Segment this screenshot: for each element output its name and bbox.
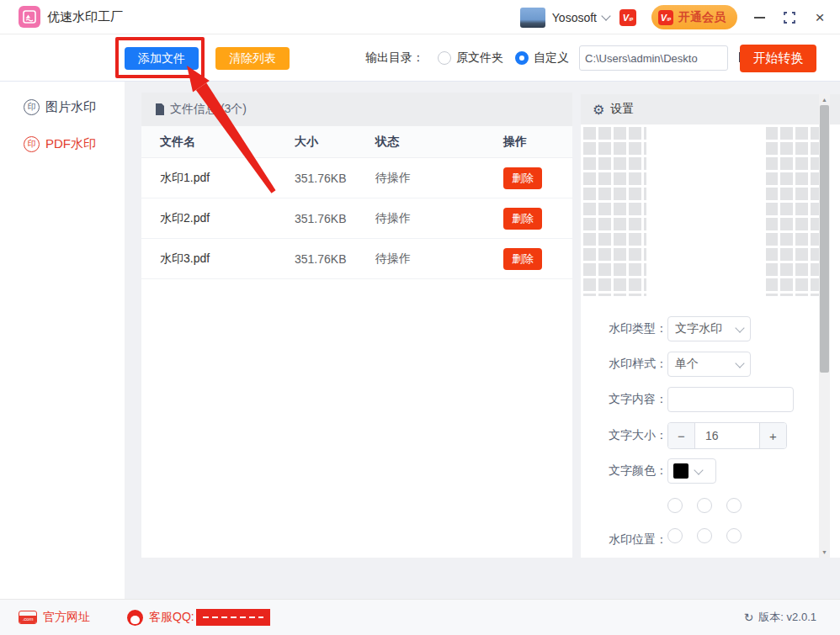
position-radio[interactable] xyxy=(697,498,712,513)
color-swatch xyxy=(673,463,688,479)
position-grid xyxy=(667,498,742,543)
file-status: 待操作 xyxy=(375,211,503,226)
watermark-style-value: 单个 xyxy=(675,357,699,372)
text-color-label: 文字颜色： xyxy=(581,463,667,479)
user-name[interactable]: Yososoft xyxy=(552,11,597,24)
scrollbar[interactable]: ▲ ▼ xyxy=(819,94,830,558)
col-action: 操作 xyxy=(503,135,572,150)
seal-icon: 印 xyxy=(24,136,40,152)
position-radio[interactable] xyxy=(697,528,712,543)
document-icon xyxy=(155,103,165,115)
settings-header: ⚙ 设置 xyxy=(581,94,840,124)
col-filename: 文件名 xyxy=(160,135,295,150)
watermark-type-value: 文字水印 xyxy=(675,321,722,336)
start-convert-button[interactable]: 开始转换 xyxy=(740,45,816,72)
sidebar: 印 图片水印 印 PDF水印 xyxy=(0,82,125,599)
text-content-label: 文字内容： xyxy=(581,392,667,407)
seal-icon: 印 xyxy=(24,99,40,115)
sidebar-item-pdf-watermark[interactable]: 印 PDF水印 xyxy=(0,132,125,156)
official-website-link[interactable]: .com 官方网址 xyxy=(19,610,90,625)
radio-custom-folder[interactable] xyxy=(515,51,529,65)
file-status: 待操作 xyxy=(375,171,503,186)
col-status: 状态 xyxy=(375,135,503,150)
footer: .com 官方网址 客服QQ: ↻ 版本: v2.0.1 xyxy=(0,599,840,635)
settings-panel: ⚙ 设置 水印类型： 文字水印 水印样式： 单个 文字内容： 文字大小： − +… xyxy=(581,94,840,558)
minimize-button[interactable] xyxy=(744,0,774,34)
text-content-input[interactable] xyxy=(667,387,794,412)
position-label: 水印位置： xyxy=(581,532,667,548)
radio-custom-folder-label[interactable]: 自定义 xyxy=(534,50,569,66)
file-name: 水印2.pdf xyxy=(160,211,295,226)
clear-list-button[interactable]: 清除列表 xyxy=(215,47,290,70)
customer-service-link[interactable]: 客服QQ: xyxy=(127,609,270,626)
text-color-select[interactable] xyxy=(667,458,716,484)
sidebar-item-label: 图片水印 xyxy=(45,99,96,115)
qq-label: 客服QQ: xyxy=(149,610,194,625)
version-info: ↻ 版本: v2.0.1 xyxy=(744,610,816,625)
file-name: 水印1.pdf xyxy=(160,171,295,186)
file-panel-title: 文件信息 (3个) xyxy=(170,102,247,117)
chevron-down-icon[interactable] xyxy=(601,11,610,20)
minimize-icon xyxy=(754,17,765,19)
text-size-label: 文字大小： xyxy=(581,428,667,443)
maximize-button[interactable] xyxy=(774,0,805,34)
chevron-down-icon xyxy=(735,323,744,332)
preview-page xyxy=(646,124,766,296)
sidebar-item-label: PDF水印 xyxy=(45,136,96,152)
chevron-down-icon xyxy=(735,358,744,368)
delete-button[interactable]: 删除 xyxy=(503,167,542,189)
text-size-stepper: − + xyxy=(667,422,787,449)
add-files-button[interactable]: 添加文件 xyxy=(125,47,199,70)
titlebar: 优速水印工厂 Yososoft VIP VIP 开通会员 × xyxy=(0,0,840,34)
website-icon: .com xyxy=(19,611,37,624)
col-size: 大小 xyxy=(295,135,375,150)
sidebar-item-image-watermark[interactable]: 印 图片水印 xyxy=(0,95,125,119)
watermark-style-label: 水印样式： xyxy=(581,357,667,372)
close-icon: × xyxy=(815,9,824,25)
position-radio[interactable] xyxy=(667,498,683,513)
version-label: 版本: v2.0.1 xyxy=(758,610,816,625)
output-path-input[interactable] xyxy=(579,45,728,71)
qq-number-redacted xyxy=(196,609,270,626)
close-button[interactable]: × xyxy=(805,0,835,34)
file-size: 351.76KB xyxy=(295,212,375,225)
open-vip-button[interactable]: VIP 开通会员 xyxy=(651,5,737,29)
file-panel-header: 文件信息 (3个) xyxy=(141,93,572,126)
table-header: 文件名 大小 状态 操作 xyxy=(141,126,572,158)
vip-badge-icon: VIP xyxy=(658,10,673,25)
customer-service-icon xyxy=(127,610,143,626)
position-radio[interactable] xyxy=(667,528,683,543)
position-radio[interactable] xyxy=(726,498,742,513)
watermark-type-label: 水印类型： xyxy=(581,321,667,336)
decrease-button[interactable]: − xyxy=(668,423,695,448)
app-title: 优速水印工厂 xyxy=(47,9,123,25)
table-row: 水印1.pdf 351.76KB 待操作 删除 xyxy=(141,158,572,198)
file-size: 351.76KB xyxy=(295,172,375,185)
file-status: 待操作 xyxy=(375,251,503,267)
increase-button[interactable]: + xyxy=(759,423,786,448)
watermark-type-select[interactable]: 文字水印 xyxy=(667,316,751,341)
settings-title: 设置 xyxy=(610,102,634,117)
toolbar: 添加文件 清除列表 输出目录： 原文件夹 自定义 开始转换 xyxy=(0,34,840,82)
gear-icon: ⚙ xyxy=(593,102,604,118)
user-avatar[interactable] xyxy=(520,8,545,28)
scroll-up-icon[interactable]: ▲ xyxy=(819,97,830,103)
position-radio[interactable] xyxy=(726,528,742,543)
delete-button[interactable]: 删除 xyxy=(503,248,542,270)
table-row: 水印3.pdf 351.76KB 待操作 删除 xyxy=(141,239,572,279)
watermark-preview xyxy=(581,124,819,296)
vip-badge-icon: VIP xyxy=(619,9,636,26)
watermark-style-select[interactable]: 单个 xyxy=(667,352,751,377)
file-size: 351.76KB xyxy=(295,252,375,266)
scroll-down-icon[interactable]: ▼ xyxy=(819,549,830,555)
chevron-down-icon xyxy=(694,465,703,474)
radio-original-folder-label[interactable]: 原文件夹 xyxy=(456,50,503,66)
output-dir-label: 输出目录： xyxy=(365,50,424,66)
delete-button[interactable]: 删除 xyxy=(503,208,542,230)
radio-original-folder[interactable] xyxy=(438,51,451,65)
scrollbar-thumb[interactable] xyxy=(820,105,829,373)
maximize-icon xyxy=(784,12,795,24)
text-size-input[interactable] xyxy=(695,423,759,448)
refresh-icon[interactable]: ↻ xyxy=(744,611,754,624)
website-label: 官方网址 xyxy=(43,610,90,625)
